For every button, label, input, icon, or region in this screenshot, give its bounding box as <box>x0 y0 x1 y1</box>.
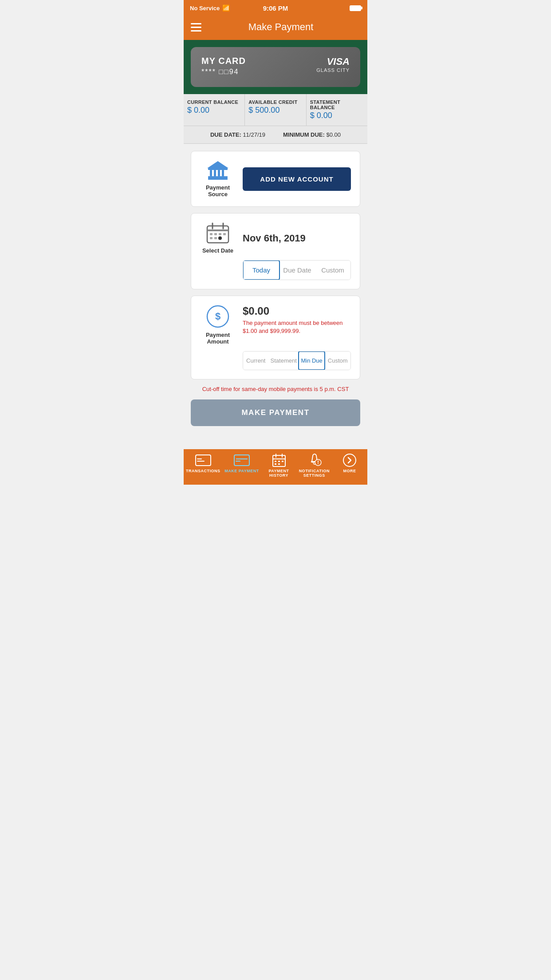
card-bank: GLASS CITY <box>316 67 350 73</box>
nav-more-label: MORE <box>343 469 356 473</box>
page-title: Make Payment <box>201 21 360 33</box>
current-balance-label: CURRENT BALANCE <box>187 99 241 105</box>
statement-balance-label: STATEMENT BALANCE <box>310 99 364 110</box>
nav-notification-settings[interactable]: NOTIFICATIONSETTINGS <box>299 454 330 478</box>
card-name: MY CARD <box>201 56 246 66</box>
svg-rect-1 <box>208 176 228 178</box>
statement-balance: STATEMENT BALANCE $ 0.00 <box>307 94 367 126</box>
status-right <box>350 5 361 11</box>
more-icon <box>342 454 358 467</box>
svg-rect-0 <box>208 168 228 170</box>
date-options: Today Due Date Custom <box>243 260 351 280</box>
card-section: MY CARD **** □□94 VISA GLASS CITY <box>184 40 367 94</box>
available-credit-label: AVAILABLE CREDIT <box>248 99 302 105</box>
main-content: PaymentSource ADD NEW ACCOUNT <box>184 144 367 440</box>
date-option-custom[interactable]: Custom <box>315 261 350 280</box>
min-due-label: MINIMUM DUE: <box>283 131 325 138</box>
svg-rect-5 <box>222 170 224 176</box>
battery-icon <box>350 5 361 11</box>
date-option-due-date[interactable]: Due Date <box>279 261 315 280</box>
amount-option-statement[interactable]: Statement <box>269 352 299 370</box>
amount-options: Current Statement Min Due Custom <box>243 351 351 370</box>
current-balance: CURRENT BALANCE $ 0.00 <box>184 94 245 126</box>
min-due-value: $0.00 <box>327 131 341 138</box>
amount-option-current[interactable]: Current <box>243 352 269 370</box>
nav-notification-settings-label: NOTIFICATIONSETTINGS <box>299 469 330 478</box>
svg-rect-33 <box>282 461 283 462</box>
add-new-account-button[interactable]: ADD NEW ACCOUNT <box>243 167 351 191</box>
card-number: **** □□94 <box>201 68 246 76</box>
svg-rect-4 <box>218 170 220 176</box>
make-payment-button[interactable]: MAKE PAYMENT <box>191 399 360 426</box>
nav-transactions[interactable]: TRANSACTIONS <box>186 454 220 478</box>
calendar-icon <box>206 222 229 244</box>
current-balance-value: $ 0.00 <box>187 106 241 115</box>
svg-point-39 <box>318 463 319 464</box>
notification-settings-icon <box>306 454 322 467</box>
menu-button[interactable] <box>191 23 201 32</box>
available-credit: AVAILABLE CREDIT $ 500.00 <box>245 94 306 126</box>
bank-icon <box>206 160 229 181</box>
nav-payment-history[interactable]: PAYMENTHISTORY <box>264 454 295 478</box>
min-due-item: MINIMUM DUE: $0.00 <box>283 131 341 138</box>
svg-rect-3 <box>214 170 216 176</box>
transactions-icon <box>195 454 211 467</box>
date-option-today[interactable]: Today <box>243 260 280 280</box>
svg-rect-35 <box>278 463 280 465</box>
amount-option-min-due[interactable]: Min Due <box>298 351 326 370</box>
svg-rect-16 <box>210 237 213 239</box>
due-date-value: 11/27/19 <box>243 131 265 138</box>
make-payment-nav-icon <box>234 454 250 467</box>
svg-point-40 <box>343 454 356 466</box>
cutoff-notice: Cut-off time for same-day mobile payment… <box>191 386 360 392</box>
status-left: No Service 📶 <box>190 4 230 12</box>
svg-text:$: $ <box>215 311 220 322</box>
card-brand: VISA <box>316 56 350 67</box>
payment-source-left: PaymentSource <box>200 160 236 198</box>
wifi-icon: 📶 <box>222 4 230 12</box>
payment-amount-value: $0.00 <box>243 305 351 317</box>
amount-option-custom[interactable]: Custom <box>325 352 350 370</box>
svg-rect-34 <box>275 463 276 465</box>
svg-rect-15 <box>223 233 226 235</box>
svg-rect-13 <box>214 233 217 235</box>
svg-rect-2 <box>210 170 212 176</box>
svg-rect-12 <box>210 233 213 235</box>
nav-transactions-label: TRANSACTIONS <box>186 469 220 473</box>
select-date-label: Select Date <box>202 247 233 254</box>
dollar-icon: $ <box>206 305 229 328</box>
nav-make-payment-label: MAKE PAYMENT <box>224 469 259 473</box>
credit-card: MY CARD **** □□94 VISA GLASS CITY <box>191 47 360 87</box>
due-row: DUE DATE: 11/27/19 MINIMUM DUE: $0.00 <box>184 126 367 144</box>
payment-amount-card: $ PaymentAmount $0.00 The payment amount… <box>191 296 360 379</box>
balance-row: CURRENT BALANCE $ 0.00 AVAILABLE CREDIT … <box>184 94 367 126</box>
nav-payment-history-label: PAYMENTHISTORY <box>268 469 289 478</box>
svg-rect-7 <box>208 178 228 180</box>
svg-rect-14 <box>219 233 221 235</box>
status-time: 9:06 PM <box>263 4 288 12</box>
nav-more[interactable]: MORE <box>334 454 365 478</box>
payment-source-card: PaymentSource ADD NEW ACCOUNT <box>191 151 360 207</box>
payment-amount-error: The payment amount must be between $1.00… <box>243 319 351 335</box>
payment-amount-label: PaymentAmount <box>206 332 230 345</box>
svg-rect-21 <box>196 455 211 466</box>
svg-rect-31 <box>275 461 276 462</box>
svg-rect-9 <box>207 229 228 231</box>
svg-marker-6 <box>207 161 228 168</box>
bottom-nav: TRANSACTIONS MAKE PAYMENT <box>184 449 367 485</box>
due-date-label: DUE DATE: <box>210 131 241 138</box>
svg-rect-24 <box>234 455 249 466</box>
select-date-card: Select Date Nov 6th, 2019 Today Due Date… <box>191 213 360 289</box>
payment-source-label: PaymentSource <box>206 184 230 198</box>
payment-history-icon <box>271 454 287 467</box>
carrier-label: No Service <box>190 5 220 12</box>
statement-balance-value: $ 0.00 <box>310 111 364 120</box>
select-date-left: Select Date <box>200 222 236 254</box>
due-date-item: DUE DATE: 11/27/19 <box>210 131 265 138</box>
available-credit-value: $ 500.00 <box>248 106 302 115</box>
svg-point-18 <box>218 237 222 240</box>
nav-make-payment[interactable]: MAKE PAYMENT <box>224 454 259 478</box>
payment-amount-left: $ PaymentAmount <box>200 305 236 345</box>
header: Make Payment <box>184 16 367 40</box>
svg-rect-32 <box>278 461 280 462</box>
